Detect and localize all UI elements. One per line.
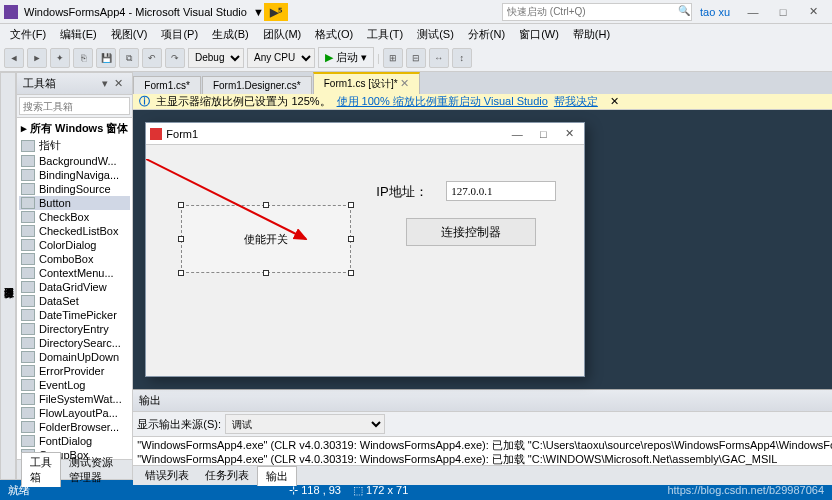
align-button[interactable]: ⊞	[383, 48, 403, 68]
output-tab[interactable]: 任务列表	[197, 466, 257, 485]
platform-select[interactable]: Any CPU	[247, 48, 315, 68]
toolbox-item[interactable]: BindingNaviga...	[19, 168, 130, 182]
align2-button[interactable]: ⊟	[406, 48, 426, 68]
toolbox-item[interactable]: DataSet	[19, 294, 130, 308]
doc-tab[interactable]: Form1.cs [设计]* ✕	[313, 72, 421, 94]
test-explorer-tab[interactable]: 测试资源管理器	[61, 453, 128, 487]
quick-launch-input[interactable]	[502, 3, 692, 21]
pin-icon[interactable]: ▾	[99, 77, 111, 90]
redo-button[interactable]: ↷	[165, 48, 185, 68]
ip-input[interactable]	[446, 181, 556, 201]
menu-item[interactable]: 团队(M)	[257, 26, 308, 43]
maximize-button[interactable]: □	[768, 4, 798, 20]
close-icon[interactable]: ✕	[111, 77, 126, 90]
toolbox-search[interactable]	[19, 97, 130, 115]
menu-item[interactable]: 窗口(W)	[513, 26, 565, 43]
toolbox-item[interactable]: ComboBox	[19, 252, 130, 266]
drive-switch-control[interactable]: 使能开关	[181, 205, 351, 273]
menu-item[interactable]: 视图(V)	[105, 26, 154, 43]
toolbox-item[interactable]: ErrorProvider	[19, 364, 130, 378]
infobar-close[interactable]: ✕	[610, 95, 619, 108]
toolbox-item[interactable]: DirectorySearc...	[19, 336, 130, 350]
toolbox-item[interactable]: BackgroundW...	[19, 154, 130, 168]
toolbox-item[interactable]: DomainUpDown	[19, 350, 130, 364]
menu-item[interactable]: 生成(B)	[206, 26, 255, 43]
menu-item[interactable]: 帮助(H)	[567, 26, 616, 43]
toolbox-item[interactable]: EventLog	[19, 378, 130, 392]
toolbox-item[interactable]: DateTimePicker	[19, 308, 130, 322]
toolbox-item[interactable]: CheckBox	[19, 210, 130, 224]
preview-flag[interactable]: ▶⁵	[264, 3, 288, 21]
toolbox-panel: 工具箱▾✕ ▸ 所有 Windows 窗体指针BackgroundW...Bin…	[16, 72, 133, 480]
undo-button[interactable]: ↶	[142, 48, 162, 68]
restart-link[interactable]: 使用 100% 缩放比例重新启动 Visual Studio	[337, 94, 548, 109]
ip-label: IP地址：	[376, 183, 427, 201]
form-icon	[150, 128, 162, 140]
output-body[interactable]: "WindowsFormsApp4.exe" (CLR v4.0.30319: …	[133, 437, 832, 465]
doc-tab[interactable]: Form1.Designer.cs*	[202, 76, 312, 94]
form-max[interactable]: □	[532, 128, 554, 140]
toolbox-item[interactable]: BindingSource	[19, 182, 130, 196]
menubar: 文件(F)编辑(E)视图(V)项目(P)生成(B)团队(M)格式(O)工具(T)…	[0, 24, 832, 44]
start-button[interactable]: ▶启动▾	[318, 47, 374, 68]
menu-item[interactable]: 分析(N)	[462, 26, 511, 43]
status-ready: 就绪	[8, 483, 30, 498]
toolbox-item[interactable]: DataGridView	[19, 280, 130, 294]
open-button[interactable]: ⎘	[73, 48, 93, 68]
menu-item[interactable]: 工具(T)	[361, 26, 409, 43]
toolbox-item[interactable]: ContextMenu...	[19, 266, 130, 280]
saveall-button[interactable]: ⧉	[119, 48, 139, 68]
new-button[interactable]: ✦	[50, 48, 70, 68]
vs-icon	[4, 5, 18, 19]
output-tab[interactable]: 错误列表	[137, 466, 197, 485]
toolbox-item[interactable]: CheckedListBox	[19, 224, 130, 238]
menu-item[interactable]: 项目(P)	[155, 26, 204, 43]
designer-surface[interactable]: Form1—□✕ IP地址： 连接控制器 使能开关	[133, 110, 832, 389]
output-source-select[interactable]: 调试	[225, 414, 385, 434]
connect-button[interactable]: 连接控制器	[406, 218, 536, 246]
save-button[interactable]: 💾	[96, 48, 116, 68]
menu-item[interactable]: 编辑(E)	[54, 26, 103, 43]
toolbox-item[interactable]: FolderBrowser...	[19, 420, 130, 434]
close-button[interactable]: ✕	[798, 3, 828, 20]
nav-back-button[interactable]: ◄	[4, 48, 24, 68]
toolbox-item[interactable]: FontDialog	[19, 434, 130, 448]
form-min[interactable]: —	[506, 128, 528, 140]
search-icon: 🔍	[678, 5, 690, 16]
spac1-button[interactable]: ↔	[429, 48, 449, 68]
toolbox-item[interactable]: ColorDialog	[19, 238, 130, 252]
toolbox-item[interactable]: DirectoryEntry	[19, 322, 130, 336]
toolbox-tree: ▸ 所有 Windows 窗体指针BackgroundW...BindingNa…	[17, 118, 132, 459]
toolbox-item[interactable]: Button	[19, 196, 130, 210]
help-link[interactable]: 帮我决定	[554, 94, 598, 109]
menu-item[interactable]: 文件(F)	[4, 26, 52, 43]
toolbar: ◄ ► ✦ ⎘ 💾 ⧉ ↶ ↷ Debug Any CPU ▶启动▾ | ⊞ ⊟…	[0, 44, 832, 72]
toolbox-item[interactable]: FlowLayoutPa...	[19, 406, 130, 420]
doc-tab[interactable]: Form1.cs*	[133, 76, 201, 94]
scaling-infobar: ⓘ 主显示器缩放比例已设置为 125%。 使用 100% 缩放比例重新启动 Vi…	[133, 94, 832, 110]
menu-item[interactable]: 测试(S)	[411, 26, 460, 43]
app-title: WindowsFormsApp4 - Microsoft Visual Stud…	[24, 6, 247, 18]
output-panel: 输出▾✕ 显示输出来源(S): 调试 "WindowsFormsApp4.exe…	[133, 389, 832, 485]
user-label[interactable]: tao xu	[692, 6, 738, 18]
nav-fwd-button[interactable]: ►	[27, 48, 47, 68]
menu-item[interactable]: 格式(O)	[309, 26, 359, 43]
form-close[interactable]: ✕	[558, 127, 580, 140]
output-tab[interactable]: 输出	[257, 466, 297, 486]
titlebar: WindowsFormsApp4 - Microsoft Visual Stud…	[0, 0, 832, 24]
doc-tabs: Form1.cs*Form1.Designer.cs*Form1.cs [设计]…	[133, 72, 832, 94]
info-icon: ⓘ	[139, 94, 150, 109]
toolbox-item[interactable]: 指针	[19, 137, 130, 154]
watermark-url: https://blog.csdn.net/b29987064	[667, 484, 824, 496]
spac2-button[interactable]: ↕	[452, 48, 472, 68]
minimize-button[interactable]: —	[738, 4, 768, 20]
toolbox-item[interactable]: FileSystemWat...	[19, 392, 130, 406]
form-window[interactable]: Form1—□✕ IP地址： 连接控制器 使能开关	[145, 122, 585, 377]
server-explorer-tab[interactable]: 服务器资源管理器	[0, 72, 16, 480]
toolbox-header: 工具箱▾✕	[17, 73, 132, 95]
config-select[interactable]: Debug	[188, 48, 244, 68]
